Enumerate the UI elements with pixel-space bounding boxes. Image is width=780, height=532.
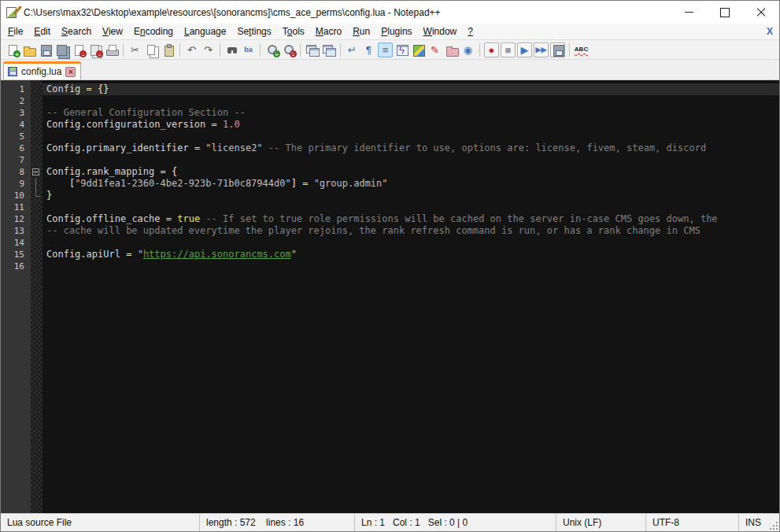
close-all-icon[interactable]: - <box>87 42 102 57</box>
menu-encoding[interactable]: Encoding <box>128 24 179 39</box>
menu-run[interactable]: Run <box>347 24 375 39</box>
tab-config-lua[interactable]: config.lua × <box>3 61 81 79</box>
fold-marker <box>31 131 43 142</box>
fold-marker <box>31 178 43 190</box>
indent-guide-icon[interactable]: ≡ <box>378 42 393 57</box>
code-line: Config.apiUrl = "https://api.sonorancms.… <box>43 249 779 260</box>
menu-tools[interactable]: Tools <box>277 24 310 39</box>
line-number: 7 <box>1 154 24 166</box>
fold-marker <box>31 225 43 237</box>
tab-label: config.lua <box>21 66 61 77</box>
menu-edit[interactable]: Edit <box>28 24 56 39</box>
save-icon[interactable] <box>38 42 53 57</box>
copy-icon[interactable] <box>144 42 159 57</box>
menu-language[interactable]: Language <box>179 24 231 39</box>
redo-icon[interactable]: ↷ <box>201 42 216 57</box>
menu-bar: FileEditSearchViewEncodingLanguageSettin… <box>1 24 779 39</box>
word-wrap-icon[interactable]: ↵ <box>345 42 360 57</box>
new-file-icon[interactable]: + <box>5 42 20 57</box>
macro-record-icon[interactable]: ● <box>484 42 499 57</box>
title-bar: C:\Users\max32\Desktop\example\resources… <box>1 1 779 24</box>
toolbar-separator <box>569 43 570 57</box>
line-number: 13 <box>1 225 24 237</box>
window-title: C:\Users\max32\Desktop\example\resources… <box>24 7 441 18</box>
menu-plugins[interactable]: Plugins <box>375 24 417 39</box>
show-all-characters-icon[interactable]: ¶ <box>361 42 376 57</box>
line-number: 16 <box>1 260 24 272</box>
open-file-icon[interactable] <box>21 42 36 57</box>
tab-close-icon[interactable]: × <box>65 67 76 77</box>
line-number: 3 <box>1 107 24 119</box>
insert-mode-label: INS <box>745 517 761 528</box>
fold-marker <box>31 83 43 95</box>
menubar-items: FileEditSearchViewEncodingLanguageSettin… <box>2 24 479 39</box>
toolbar-separator <box>479 43 480 57</box>
line-number: 11 <box>1 201 24 213</box>
toolbar-separator <box>179 43 180 57</box>
macro-play-icon[interactable]: ▶ <box>517 42 532 57</box>
replace-icon[interactable]: ba <box>241 42 256 57</box>
menu-window[interactable]: Window <box>418 24 463 39</box>
toolbar-separator <box>220 43 220 57</box>
menu-file[interactable]: File <box>2 24 28 39</box>
code-line: Config.offline_cache = true -- If set to… <box>43 213 779 225</box>
fold-marker <box>31 107 43 119</box>
menu-search[interactable]: Search <box>56 24 97 39</box>
fold-marker <box>31 142 43 154</box>
fold-marker[interactable] <box>31 166 43 178</box>
spell-check-icon[interactable]: ABC <box>574 42 589 57</box>
sync-horizontal-scroll-icon[interactable] <box>321 42 336 57</box>
document-map-icon[interactable] <box>411 42 426 57</box>
doc-switcher-icon[interactable]: ϟ <box>394 42 409 57</box>
zoom-in-icon[interactable]: + <box>264 42 279 57</box>
fold-marker <box>31 201 43 213</box>
cut-icon[interactable]: ✂ <box>128 42 142 57</box>
status-encoding[interactable]: UTF-8 <box>646 514 739 531</box>
macro-stop-icon[interactable]: ■ <box>501 42 516 57</box>
folder-as-workspace-icon[interactable] <box>444 42 459 57</box>
menu-settings[interactable]: Settings <box>231 24 276 39</box>
minimize-button[interactable] <box>671 1 707 24</box>
paste-icon[interactable] <box>161 42 176 57</box>
fold-marker <box>31 237 43 249</box>
menu-macro[interactable]: Macro <box>310 24 347 39</box>
status-cursor-position: Ln : 1 Col : 1 Sel : 0 | 0 <box>355 514 556 531</box>
macro-run-multiple-icon[interactable]: ▶▶ <box>534 42 549 57</box>
fold-margin[interactable] <box>31 80 43 513</box>
code-line: Config.configuration_version = 1.0 <box>43 119 779 131</box>
function-list-icon[interactable]: ✎ <box>427 42 442 57</box>
toolbar-separator <box>300 43 301 57</box>
close-icon[interactable]: - <box>71 42 86 57</box>
code-editing-area[interactable]: Config = {}-- General Configuration Sect… <box>43 80 779 513</box>
macro-save-icon[interactable] <box>550 42 565 57</box>
find-icon[interactable] <box>224 42 239 57</box>
sync-vertical-scroll-icon[interactable] <box>305 42 320 57</box>
menu-view[interactable]: View <box>97 24 128 39</box>
code-line <box>43 154 779 166</box>
undo-icon[interactable]: ↶ <box>184 42 199 57</box>
code-line: Config.rank_mapping = { <box>43 166 779 178</box>
code-line: -- cache will be updated everytime the p… <box>43 225 779 237</box>
resize-grip[interactable] <box>770 522 778 530</box>
code-line: } <box>43 190 779 201</box>
status-eol-format[interactable]: Unix (LF) <box>556 514 646 531</box>
line-number: 12 <box>1 213 24 225</box>
toolbar: +--✂↶↷ba+-↵¶≡ϟ✎◉●■▶▶▶ABC <box>1 39 779 60</box>
line-number: 5 <box>1 131 24 142</box>
zoom-out-icon[interactable]: - <box>281 42 296 57</box>
fold-marker <box>31 213 43 225</box>
status-insert-mode[interactable]: INS <box>739 514 779 531</box>
monitoring-icon[interactable]: ◉ <box>460 42 475 57</box>
menubar-close-icon[interactable]: X <box>767 26 773 37</box>
menu-help[interactable]: ? <box>462 24 479 39</box>
code-line <box>43 95 779 107</box>
fold-marker <box>31 190 43 201</box>
maximize-button[interactable] <box>707 1 743 24</box>
close-window-button[interactable] <box>743 1 779 24</box>
line-number-margin: 12345678910111213141516 <box>1 80 31 513</box>
line-number: 2 <box>1 95 24 107</box>
tab-bar: config.lua × <box>1 60 779 80</box>
print-icon[interactable] <box>104 42 119 57</box>
toolbar-separator <box>340 43 341 57</box>
save-all-icon[interactable] <box>54 42 69 57</box>
